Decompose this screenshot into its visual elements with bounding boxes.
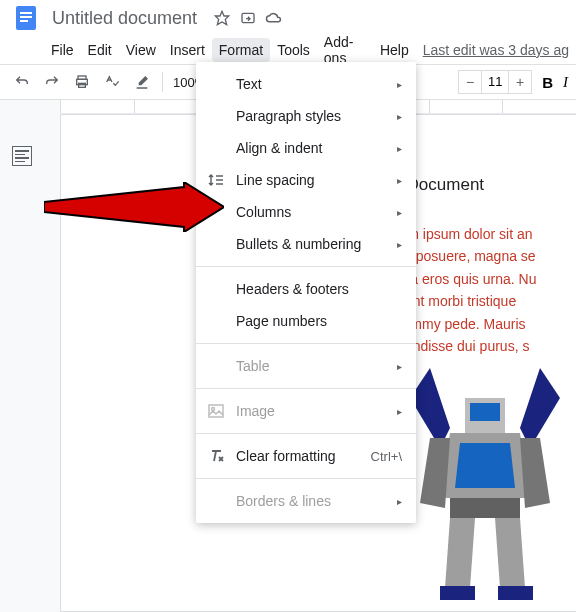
bold-button[interactable]: B <box>542 74 553 91</box>
chevron-right-icon: ▸ <box>397 207 402 218</box>
clear-format-icon <box>208 448 224 464</box>
menu-format[interactable]: Format <box>212 38 270 62</box>
menu-text[interactable]: Text▸ <box>196 68 416 100</box>
menu-clear-formatting[interactable]: Clear formattingCtrl+\ <box>196 440 416 472</box>
separator <box>196 478 416 479</box>
separator <box>196 433 416 434</box>
format-dropdown: Text▸ Paragraph styles▸ Align & indent▸ … <box>196 62 416 523</box>
separator <box>196 266 416 267</box>
svg-marker-24 <box>44 182 224 232</box>
last-edit-status[interactable]: Last edit was 3 days ag <box>416 38 576 62</box>
italic-button[interactable]: I <box>563 74 568 91</box>
menu-table: Table▸ <box>196 350 416 382</box>
svg-rect-2 <box>20 16 32 18</box>
chevron-right-icon: ▸ <box>397 143 402 154</box>
paint-icon[interactable] <box>128 68 156 96</box>
font-size-increase[interactable]: + <box>509 74 531 90</box>
svg-marker-15 <box>420 438 450 508</box>
menu-file[interactable]: File <box>44 38 81 62</box>
outline-icon[interactable] <box>12 146 32 166</box>
svg-marker-9 <box>410 368 450 448</box>
cloud-icon[interactable] <box>265 9 283 27</box>
spellcheck-icon[interactable] <box>98 68 126 96</box>
separator <box>162 72 163 92</box>
separator <box>196 343 416 344</box>
menubar: File Edit View Insert Format Tools Add-o… <box>0 36 576 64</box>
svg-marker-16 <box>520 438 550 508</box>
menu-edit[interactable]: Edit <box>81 38 119 62</box>
svg-rect-17 <box>450 498 520 518</box>
redo-icon[interactable] <box>38 68 66 96</box>
svg-rect-21 <box>498 586 533 600</box>
svg-marker-14 <box>455 443 515 488</box>
menu-columns[interactable]: Columns▸ <box>196 196 416 228</box>
chevron-right-icon: ▸ <box>397 361 402 372</box>
menu-line-spacing[interactable]: Line spacing▸ <box>196 164 416 196</box>
chevron-right-icon: ▸ <box>397 175 402 186</box>
menu-page-numbers[interactable]: Page numbers <box>196 305 416 337</box>
svg-marker-19 <box>495 518 525 588</box>
font-size-control: − 11 + <box>458 70 532 94</box>
separator <box>196 388 416 389</box>
menu-help[interactable]: Help <box>373 38 416 62</box>
chevron-right-icon: ▸ <box>397 79 402 90</box>
menu-align-indent[interactable]: Align & indent▸ <box>196 132 416 164</box>
svg-marker-18 <box>445 518 475 588</box>
menu-insert[interactable]: Insert <box>163 38 212 62</box>
svg-marker-4 <box>215 11 228 24</box>
menu-image: Image▸ <box>196 395 416 427</box>
menu-tools[interactable]: Tools <box>270 38 317 62</box>
print-icon[interactable] <box>68 68 96 96</box>
menu-bullets-numbering[interactable]: Bullets & numbering▸ <box>196 228 416 260</box>
menu-paragraph-styles[interactable]: Paragraph styles▸ <box>196 100 416 132</box>
annotation-arrow <box>44 182 224 232</box>
move-icon[interactable] <box>239 9 257 27</box>
font-size-decrease[interactable]: − <box>459 74 481 90</box>
chevron-right-icon: ▸ <box>397 239 402 250</box>
menu-headers-footers[interactable]: Headers & footers <box>196 273 416 305</box>
svg-rect-1 <box>20 12 32 14</box>
menu-view[interactable]: View <box>119 38 163 62</box>
chevron-right-icon: ▸ <box>397 406 402 417</box>
svg-rect-3 <box>20 20 28 22</box>
svg-marker-10 <box>520 368 560 448</box>
chevron-right-icon: ▸ <box>397 111 402 122</box>
doc-title[interactable]: Untitled document <box>52 8 197 29</box>
svg-rect-12 <box>470 403 500 421</box>
docs-logo[interactable] <box>8 0 44 36</box>
svg-rect-22 <box>209 405 223 417</box>
star-icon[interactable] <box>213 9 231 27</box>
chevron-right-icon: ▸ <box>397 496 402 507</box>
image-icon <box>208 403 224 419</box>
svg-rect-20 <box>440 586 475 600</box>
robot-image <box>400 368 570 608</box>
menu-borders-lines: Borders & lines▸ <box>196 485 416 517</box>
font-size-value[interactable]: 11 <box>481 71 509 93</box>
svg-rect-8 <box>79 83 86 87</box>
undo-icon[interactable] <box>8 68 36 96</box>
